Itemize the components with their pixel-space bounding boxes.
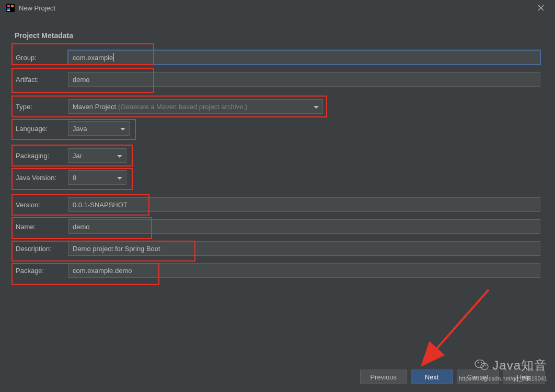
group-label: Group: bbox=[11, 54, 68, 62]
language-label: Language: bbox=[11, 125, 68, 133]
svg-point-14 bbox=[485, 365, 487, 366]
close-button[interactable] bbox=[533, 0, 549, 16]
artifact-input[interactable] bbox=[68, 72, 540, 87]
intellij-icon bbox=[6, 4, 15, 12]
name-row: Name: bbox=[11, 219, 540, 234]
svg-point-13 bbox=[483, 365, 484, 366]
package-row: Package: bbox=[11, 263, 540, 278]
name-label: Name: bbox=[11, 223, 68, 231]
titlebar: New Project bbox=[0, 0, 555, 16]
close-icon bbox=[538, 5, 544, 11]
version-label: Version: bbox=[11, 201, 68, 209]
name-input[interactable] bbox=[68, 219, 540, 234]
artifact-row: Artifact: bbox=[11, 72, 540, 87]
language-select[interactable]: Java bbox=[68, 121, 130, 136]
window-title: New Project bbox=[19, 4, 533, 12]
type-value: Maven Project bbox=[73, 103, 116, 111]
svg-rect-4 bbox=[7, 10, 10, 11]
version-row: Version: bbox=[11, 197, 540, 212]
svg-point-11 bbox=[478, 362, 479, 363]
svg-point-9 bbox=[475, 360, 484, 368]
arrow-annotation bbox=[413, 284, 496, 373]
text-caret bbox=[113, 53, 114, 62]
svg-line-8 bbox=[423, 290, 489, 364]
group-value: com.example bbox=[73, 54, 113, 62]
type-hint: (Generate a Maven based project archive.… bbox=[118, 103, 247, 111]
svg-rect-2 bbox=[11, 5, 14, 7]
java-version-select[interactable]: 8 bbox=[68, 170, 126, 185]
description-row: Description: bbox=[11, 241, 540, 256]
group-input[interactable]: com.example bbox=[68, 50, 540, 65]
section-title: Project Metadata bbox=[15, 31, 540, 40]
description-input[interactable] bbox=[68, 241, 540, 256]
dialog-content: Project Metadata Group: com.example Arti… bbox=[0, 16, 555, 295]
packaging-label: Packaging: bbox=[11, 152, 68, 160]
language-row: Language: Java bbox=[11, 121, 540, 136]
java-version-value: 8 bbox=[73, 174, 76, 182]
version-input[interactable] bbox=[68, 197, 540, 212]
language-value: Java bbox=[73, 125, 87, 133]
artifact-label: Artifact: bbox=[11, 76, 68, 84]
dialog-footer: Previous Next Cancel Help bbox=[360, 370, 545, 384]
next-button[interactable]: Next bbox=[411, 370, 453, 384]
package-input[interactable] bbox=[68, 263, 540, 278]
packaging-row: Packaging: Jar bbox=[11, 148, 540, 163]
packaging-value: Jar bbox=[73, 152, 82, 160]
help-button[interactable]: Help bbox=[503, 370, 545, 384]
type-row: Type: Maven Project (Generate a Maven ba… bbox=[11, 99, 540, 114]
previous-button[interactable]: Previous bbox=[360, 370, 407, 384]
type-select[interactable]: Maven Project (Generate a Maven based pr… bbox=[68, 99, 323, 114]
type-label: Type: bbox=[11, 103, 68, 111]
java-version-row: Java Version: 8 bbox=[11, 170, 540, 185]
package-label: Package: bbox=[11, 267, 68, 275]
group-row: Group: com.example bbox=[11, 50, 540, 65]
java-version-label: Java Version: bbox=[11, 174, 68, 182]
cancel-button[interactable]: Cancel bbox=[457, 370, 499, 384]
svg-rect-1 bbox=[7, 5, 10, 7]
svg-point-12 bbox=[481, 362, 482, 363]
svg-point-10 bbox=[481, 363, 488, 370]
description-label: Description: bbox=[11, 245, 68, 253]
packaging-select[interactable]: Jar bbox=[68, 148, 126, 163]
